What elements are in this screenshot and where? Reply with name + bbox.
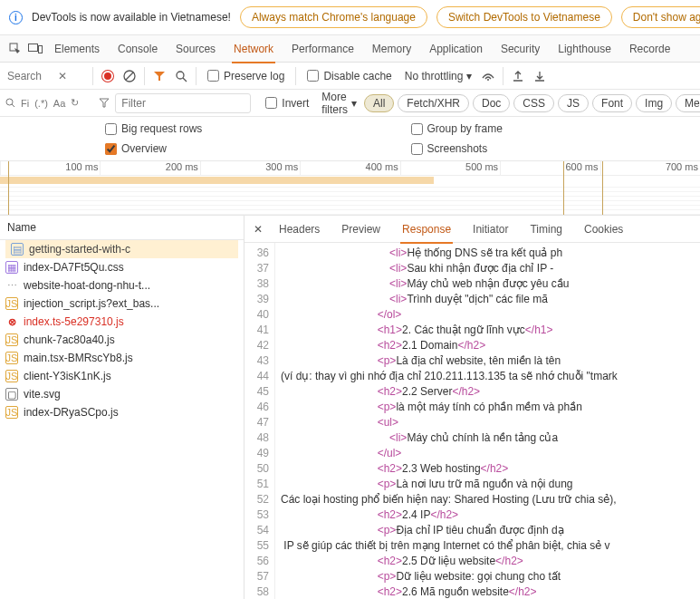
filter-icon[interactable] xyxy=(149,65,170,87)
request-row[interactable]: ▤getting-started-with-c xyxy=(5,240,238,258)
overview-checkbox[interactable]: Overview xyxy=(105,142,379,155)
more-filters-select[interactable]: More filters ▾ xyxy=(321,91,357,116)
funnel-icon xyxy=(99,98,110,108)
tab-elements[interactable]: Elements xyxy=(45,35,109,63)
request-detail-panel: ✕ HeadersPreviewResponseInitiatorTimingC… xyxy=(245,216,700,599)
svg-line-9 xyxy=(12,104,14,107)
tab-network[interactable]: Network xyxy=(225,35,283,63)
display-options: Big request rows Overview Group by frame… xyxy=(0,117,700,161)
request-row[interactable]: JSindex-DRyaSCpo.js xyxy=(0,403,244,421)
request-row[interactable]: JSmain.tsx-BMRscYb8.js xyxy=(0,349,244,367)
search-icon[interactable] xyxy=(170,65,192,87)
record-button[interactable] xyxy=(97,65,119,87)
group-frame-checkbox[interactable]: Group by frame xyxy=(411,122,685,135)
request-row[interactable]: JSinjection_script.js?ext_bas... xyxy=(0,295,244,313)
request-tab-preview[interactable]: Preview xyxy=(331,216,391,243)
tab-console[interactable]: Console xyxy=(109,35,167,63)
timeline-overview[interactable]: 100 ms200 ms300 ms400 ms500 ms600 ms700 … xyxy=(0,161,700,216)
switch-language-button[interactable]: Switch DevTools to Vietnamese xyxy=(436,6,612,28)
disable-cache-checkbox[interactable]: Disable cache xyxy=(307,70,391,82)
throttling-select[interactable]: No throttling ▾ xyxy=(405,70,473,82)
timeline-tick: 200 ms xyxy=(100,161,199,175)
inspect-icon[interactable] xyxy=(5,39,25,59)
request-row[interactable]: ▦index-DA7Ft5Qu.css xyxy=(0,258,244,276)
banner-text: DevTools is now available in Vietnamese! xyxy=(32,11,231,24)
tab-sources[interactable]: Sources xyxy=(167,35,225,63)
svg-rect-2 xyxy=(39,45,43,53)
filter-chip-img[interactable]: Img xyxy=(636,94,672,112)
tab-lighthouse[interactable]: Lighthouse xyxy=(549,35,620,63)
request-tab-cookies[interactable]: Cookies xyxy=(573,216,634,243)
column-name-header[interactable]: Name xyxy=(0,216,244,240)
close-panel-icon[interactable]: ✕ xyxy=(248,223,268,236)
filter-chip-media[interactable]: Media xyxy=(676,94,700,112)
close-icon[interactable]: ✕ xyxy=(58,70,67,82)
timeline-tick: 700 ms xyxy=(600,161,700,175)
request-tab-response[interactable]: Response xyxy=(391,216,462,243)
tab-application[interactable]: Application xyxy=(420,35,492,63)
filter-chip-all[interactable]: All xyxy=(364,94,394,112)
upload-har-icon[interactable] xyxy=(507,65,529,87)
network-conditions-icon[interactable] xyxy=(477,65,499,87)
filter-chip-doc[interactable]: Doc xyxy=(473,94,510,112)
regex-toggle[interactable]: (.*) xyxy=(34,98,48,109)
svg-rect-1 xyxy=(29,43,38,51)
filter-row: Fi (.*) Aa ↻ Invert More filters ▾ AllFe… xyxy=(0,90,700,117)
request-row[interactable]: JSchunk-7ac80a40.js xyxy=(0,331,244,349)
timeline-tick: 300 ms xyxy=(200,161,300,175)
download-har-icon[interactable] xyxy=(529,65,551,87)
device-icon[interactable] xyxy=(25,39,45,59)
search-box[interactable]: ✕ xyxy=(0,70,89,82)
response-source[interactable]: <li>Hệ thống DNS sẽ tra kết quả ph <li>S… xyxy=(275,243,700,599)
request-row[interactable]: JSclient-Y3isK1nK.js xyxy=(0,367,244,385)
screenshots-checkbox[interactable]: Screenshots xyxy=(411,142,685,155)
request-tab-timing[interactable]: Timing xyxy=(519,216,573,243)
filter-input[interactable] xyxy=(115,93,251,113)
filter-chip-font[interactable]: Font xyxy=(592,94,632,112)
request-list: Name ▤getting-started-with-c▦index-DA7Ft… xyxy=(0,216,245,599)
filter-chip-js[interactable]: JS xyxy=(558,94,589,112)
invert-checkbox[interactable]: Invert xyxy=(265,97,309,110)
big-rows-checkbox[interactable]: Big request rows xyxy=(105,122,379,135)
svg-line-6 xyxy=(183,78,187,82)
tab-performance[interactable]: Performance xyxy=(283,35,363,63)
language-banner: i DevTools is now available in Vietnames… xyxy=(0,0,700,35)
clear-button[interactable] xyxy=(119,65,140,87)
svg-point-8 xyxy=(6,99,13,105)
preserve-log-checkbox[interactable]: Preserve log xyxy=(207,70,284,82)
svg-line-4 xyxy=(126,72,133,80)
tab-recorde[interactable]: Recorde xyxy=(620,35,679,63)
svg-point-5 xyxy=(177,72,184,79)
filter-chip-fetchxhr[interactable]: Fetch/XHR xyxy=(398,94,469,112)
timeline-tick: 500 ms xyxy=(400,161,500,175)
filter-chip-css[interactable]: CSS xyxy=(513,94,554,112)
request-row[interactable]: ▢vite.svg xyxy=(0,385,244,403)
scope-label: Fi xyxy=(21,98,29,109)
always-match-button[interactable]: Always match Chrome's language xyxy=(240,6,427,28)
request-row[interactable]: ⊗index.ts-5e297310.js xyxy=(0,313,244,331)
line-gutter: 36 37 38 39 40 41 42 43 44 45 46 47 48 4… xyxy=(245,243,275,599)
timeline-tick: 100 ms xyxy=(0,161,100,175)
case-toggle[interactable]: Aa xyxy=(53,98,65,109)
info-icon: i xyxy=(9,11,23,24)
timeline-tick: 400 ms xyxy=(300,161,399,175)
request-tab-headers[interactable]: Headers xyxy=(268,216,331,243)
main-tabs: ElementsConsoleSourcesNetworkPerformance… xyxy=(0,35,700,63)
search-options: Fi (.*) Aa ↻ xyxy=(0,97,84,109)
refresh-icon[interactable]: ↻ xyxy=(71,97,79,109)
dont-show-button[interactable]: Don't show again xyxy=(621,6,700,28)
search-input[interactable] xyxy=(7,70,53,82)
tab-security[interactable]: Security xyxy=(492,35,549,63)
timeline-tick: 600 ms xyxy=(500,161,599,175)
match-icon[interactable] xyxy=(5,98,15,108)
request-row[interactable]: ⋯website-hoat-dong-nhu-t... xyxy=(0,276,244,295)
svg-point-7 xyxy=(487,79,489,81)
tab-memory[interactable]: Memory xyxy=(363,35,420,63)
request-tab-initiator[interactable]: Initiator xyxy=(462,216,519,243)
network-toolbar: ✕ Preserve log Disable cache No throttli… xyxy=(0,63,700,90)
